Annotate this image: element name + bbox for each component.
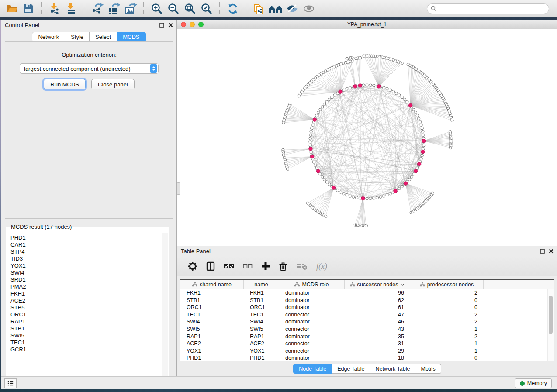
table-row[interactable]: FKH1FKH1dominator962 (180, 289, 554, 297)
mcds-result-item[interactable]: SWI5 (10, 332, 162, 339)
table-row[interactable]: SWI5SWI5connector431 (180, 326, 554, 333)
close-panel-icon[interactable] (168, 23, 173, 28)
table-cell[interactable]: 2 (410, 289, 484, 297)
table-cell[interactable]: 0 (410, 354, 484, 361)
zoom-fit-button[interactable] (183, 2, 197, 16)
mcds-result-item[interactable]: PMA2 (10, 283, 162, 290)
table-cell[interactable]: 31 (345, 340, 410, 347)
run-mcds-button[interactable]: Run MCDS (44, 79, 86, 89)
save-session-button[interactable] (21, 2, 36, 16)
table-cell[interactable]: dominator (279, 333, 345, 340)
tab-network-table[interactable]: Network Table (370, 364, 416, 374)
mcds-result-item[interactable]: TEC1 (10, 339, 162, 346)
table-cell[interactable]: TEC1 (180, 311, 244, 319)
close-panel-button[interactable]: Close panel (91, 79, 135, 89)
table-cell[interactable]: 0 (410, 304, 484, 311)
table-cell[interactable]: PHD1 (180, 354, 244, 361)
delete-table-button[interactable] (296, 262, 308, 270)
deselect-all-columns-button[interactable] (243, 264, 253, 269)
show-log-button[interactable] (4, 378, 17, 388)
table-cell[interactable]: connector (279, 347, 345, 355)
panel-splitter-handle[interactable] (177, 182, 180, 195)
table-row[interactable]: YOX1YOX1connector291 (180, 347, 554, 355)
table-cell[interactable]: ORC1 (180, 304, 244, 311)
table-row[interactable]: RAP1RAP1dominator352 (180, 333, 554, 340)
mcds-result-item[interactable]: YOX1 (10, 262, 162, 269)
search-input[interactable] (439, 5, 545, 12)
table-cell[interactable]: dominator (279, 297, 345, 304)
table-cell[interactable]: 35 (345, 333, 410, 340)
table-cell[interactable]: ACE2 (244, 340, 279, 347)
tab-style[interactable]: Style (65, 32, 90, 42)
table-cell[interactable]: 2 (410, 333, 484, 340)
table-cell[interactable]: SWI5 (180, 326, 244, 333)
tab-select[interactable]: Select (90, 32, 117, 42)
float-panel-icon[interactable] (159, 23, 164, 28)
bird-eye-view-button[interactable] (301, 2, 316, 16)
table-scrollbar-thumb[interactable] (549, 296, 553, 334)
table-cell[interactable]: YOX1 (244, 347, 279, 355)
table-settings-button[interactable] (188, 261, 197, 271)
table-cell[interactable]: 1 (410, 326, 484, 333)
table-cell[interactable]: 61 (345, 304, 410, 311)
table-row[interactable]: SWI4SWI4dominator462 (180, 318, 554, 326)
mcds-result-item[interactable]: STB1 (10, 325, 162, 332)
mcds-result-item[interactable]: RAP1 (10, 318, 162, 325)
table-cell[interactable]: connector (279, 311, 345, 319)
table-cell[interactable]: ORC1 (244, 304, 279, 311)
table-cell[interactable]: 43 (345, 326, 410, 333)
import-table-button[interactable] (64, 2, 79, 16)
table-cell[interactable]: 96 (345, 289, 410, 297)
table-cell[interactable]: 18 (345, 354, 410, 361)
close-table-panel-icon[interactable] (549, 249, 554, 254)
mcds-result-item[interactable]: STP4 (10, 248, 162, 255)
table-cell[interactable]: 29 (345, 347, 410, 355)
tab-node-table[interactable]: Node Table (293, 364, 332, 374)
mcds-result-item[interactable]: FKH1 (10, 290, 162, 297)
mcds-result-item[interactable]: ORC1 (10, 311, 162, 318)
table-row[interactable]: ACE2ACE2connector311 (180, 340, 554, 347)
network-view[interactable] (177, 29, 557, 246)
mcds-result-item[interactable]: STB5 (10, 304, 162, 311)
export-image-button[interactable] (123, 2, 138, 16)
tab-network[interactable]: Network (32, 32, 65, 42)
import-network-button[interactable] (47, 2, 62, 16)
table-row[interactable]: PHD1PHD1dominator180 (180, 354, 554, 361)
memory-button[interactable]: Memory (515, 378, 552, 388)
table-cell[interactable]: STB1 (244, 297, 279, 304)
table-cell[interactable]: dominator (279, 318, 345, 326)
column-header-shared-name[interactable]: shared name (180, 280, 244, 289)
table-cell[interactable]: SWI4 (180, 318, 244, 326)
table-cell[interactable]: FKH1 (244, 289, 279, 297)
network-canvas[interactable] (177, 29, 557, 246)
zoom-in-button[interactable] (149, 2, 164, 16)
table-cell[interactable]: ACE2 (180, 340, 244, 347)
table-cell[interactable]: 2 (410, 311, 484, 319)
mcds-result-item[interactable]: ACE2 (10, 297, 162, 304)
table-row[interactable]: ORC1ORC1dominator610 (180, 304, 554, 311)
show-columns-button[interactable] (206, 261, 215, 271)
column-header-predecessor-nodes[interactable]: predecessor nodes (410, 280, 484, 289)
table-cell[interactable]: 47 (345, 311, 410, 319)
table-cell[interactable]: SWI4 (244, 318, 279, 326)
mcds-result-item[interactable]: SRD1 (10, 276, 162, 283)
search-box[interactable] (427, 3, 549, 14)
float-table-panel-icon[interactable] (540, 249, 545, 254)
table-cell[interactable]: dominator (279, 289, 345, 297)
mcds-result-item[interactable]: SWI4 (10, 269, 162, 276)
table-cell[interactable]: 0 (410, 297, 484, 304)
function-builder-button[interactable]: f(x) (316, 262, 327, 271)
mcds-result-item[interactable]: TID3 (10, 255, 162, 262)
mcds-result-item[interactable]: CAR1 (10, 241, 162, 248)
mcds-result-item[interactable]: GCR1 (10, 346, 162, 353)
table-cell[interactable]: TEC1 (244, 311, 279, 319)
table-cell[interactable]: dominator (279, 304, 345, 311)
table-cell[interactable]: dominator (279, 354, 345, 361)
mcds-result-scrollbar[interactable] (162, 233, 168, 384)
show-hide-graphics-details-button[interactable] (285, 2, 300, 16)
tab-mcds[interactable]: MCDS (117, 32, 145, 42)
table-cell[interactable]: RAP1 (244, 333, 279, 340)
table-scrollbar[interactable] (547, 289, 554, 361)
tab-motifs[interactable]: Motifs (415, 364, 441, 374)
create-column-button[interactable] (261, 262, 270, 271)
